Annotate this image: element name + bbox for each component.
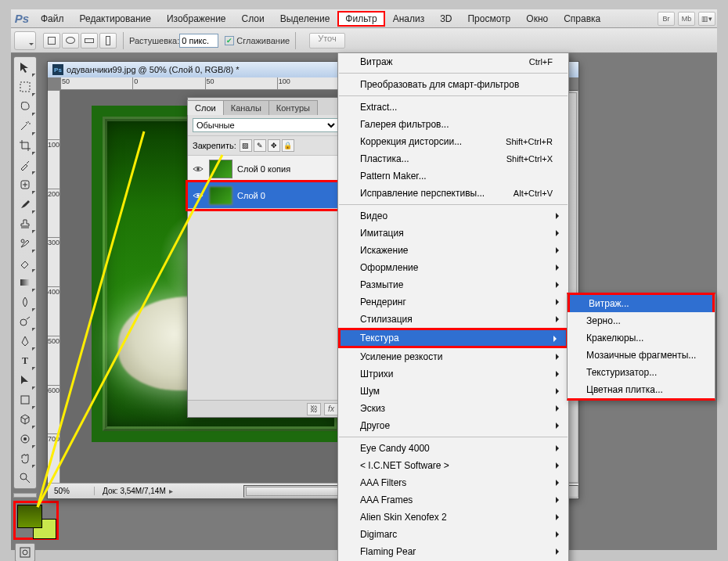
menu-3d[interactable]: 3D <box>432 11 460 27</box>
marquee-row-icon[interactable] <box>81 33 98 49</box>
workspace-switcher[interactable]: ▥▾ <box>698 12 715 26</box>
menu-item-stylize[interactable]: Стилизация <box>338 311 568 328</box>
lock-position-icon[interactable]: ✥ <box>268 139 280 152</box>
tab-channels[interactable]: Каналы <box>223 100 269 115</box>
submenu-item-grain[interactable]: Зерно... <box>568 312 715 329</box>
ruler-vertical[interactable]: 100 200 300 400 500 600 700 <box>48 90 60 483</box>
menu-item-pixelate[interactable]: Оформление <box>338 259 568 276</box>
history-brush-tool[interactable] <box>15 234 35 253</box>
menu-item-last-filter[interactable]: ВитражCtrl+F <box>338 53 568 70</box>
lock-transparent-icon[interactable]: ▧ <box>240 139 252 152</box>
submenu-item-stained-glass[interactable]: Витраж... <box>570 295 712 312</box>
zoom-level[interactable]: 50% <box>48 487 95 495</box>
layer-fx-icon[interactable]: fx <box>324 403 338 415</box>
color-swatch-area[interactable] <box>13 501 59 540</box>
marquee-rect-icon[interactable] <box>43 33 60 49</box>
eyedropper-tool[interactable] <box>15 156 35 174</box>
active-tool-preset[interactable] <box>14 31 36 50</box>
menu-item-noise[interactable]: Шум <box>338 383 568 400</box>
menu-layers[interactable]: Слои <box>234 11 272 27</box>
marquee-ellipse-icon[interactable] <box>62 33 79 49</box>
menu-item-plugin[interactable]: Alien Skin Xenofex 2 <box>338 509 568 526</box>
stamp-tool[interactable] <box>15 214 35 233</box>
link-layers-icon[interactable]: ⛓ <box>307 403 321 415</box>
menu-item-other[interactable]: Другое <box>338 417 568 434</box>
3d-camera-tool[interactable] <box>15 430 35 448</box>
menu-window[interactable]: Окно <box>518 11 556 27</box>
lasso-tool[interactable] <box>15 97 35 116</box>
menu-view[interactable]: Просмотр <box>460 11 518 27</box>
menu-item-blur[interactable]: Размытие <box>338 276 568 293</box>
blend-mode-select[interactable]: Обычные <box>193 118 338 132</box>
menu-item-plugin[interactable]: AAA Filters <box>338 474 568 491</box>
type-tool[interactable]: T <box>15 351 35 370</box>
menu-item-filter-gallery[interactable]: Галерея фильтров... <box>338 116 568 133</box>
menu-image[interactable]: Изображение <box>159 11 234 27</box>
menu-item-texture[interactable]: Текстура <box>338 328 568 348</box>
menu-item-render[interactable]: Рендеринг <box>338 293 568 311</box>
crop-tool[interactable] <box>15 136 35 155</box>
move-tool[interactable] <box>15 58 35 77</box>
hand-tool[interactable] <box>15 449 35 468</box>
menu-item-lens-correction[interactable]: Коррекция дисторсии...Shift+Ctrl+R <box>338 133 568 150</box>
submenu-item-craquelure[interactable]: Кракелюры... <box>568 329 715 347</box>
blur-tool[interactable] <box>15 293 35 311</box>
menu-item-distort[interactable]: Искажение <box>338 242 568 259</box>
marquee-tool[interactable] <box>15 77 35 96</box>
menu-item-artistic[interactable]: Имитация <box>338 225 568 242</box>
zoom-tool[interactable] <box>15 469 35 487</box>
gradient-tool[interactable] <box>15 273 35 292</box>
tab-layers[interactable]: Слои <box>187 100 224 115</box>
bridge-icon[interactable]: Br <box>658 12 675 26</box>
menu-item-convert-smart[interactable]: Преобразовать для смарт-фильтров <box>338 76 568 93</box>
shape-tool[interactable] <box>15 390 35 409</box>
layer-row[interactable]: Слой 0 <box>188 182 343 209</box>
marquee-col-icon[interactable] <box>99 33 117 49</box>
healing-tool[interactable] <box>15 175 35 194</box>
menu-item-liquify[interactable]: Пластика...Shift+Ctrl+X <box>338 150 568 167</box>
layer-row[interactable]: Слой 0 копия <box>188 156 343 182</box>
eraser-tool[interactable] <box>15 254 35 272</box>
tab-paths[interactable]: Контуры <box>268 100 318 115</box>
3d-tool[interactable] <box>15 410 35 429</box>
menu-item-sketch[interactable]: Эскиз <box>338 400 568 417</box>
menu-item-plugin[interactable]: < I.C.NET Software > <box>338 457 568 474</box>
menu-item-brushstrokes[interactable]: Штрихи <box>338 365 568 383</box>
pen-tool[interactable] <box>15 332 35 351</box>
menu-analysis[interactable]: Анализ <box>385 11 433 27</box>
quickmask-toggle[interactable] <box>15 543 35 561</box>
lock-pixels-icon[interactable]: ✎ <box>254 139 266 152</box>
menu-filter[interactable]: Фильтр <box>337 11 384 27</box>
submenu-item-texturizer[interactable]: Текстуризатор... <box>568 364 715 381</box>
layer-name[interactable]: Слой 0 <box>237 191 265 200</box>
menu-item-extract[interactable]: Extract... <box>338 99 568 116</box>
menu-item-vanishing-point[interactable]: Исправление перспективы...Alt+Ctrl+V <box>338 185 568 202</box>
menu-item-plugin[interactable]: Eye Candy 4000 <box>338 440 568 457</box>
dodge-tool[interactable] <box>15 312 35 331</box>
layer-name[interactable]: Слой 0 копия <box>237 164 290 174</box>
foreground-color-chip[interactable] <box>17 505 42 528</box>
layer-thumbnail[interactable] <box>209 160 232 178</box>
minibridge-icon[interactable]: Mb <box>678 12 695 26</box>
menu-item-plugin[interactable]: AAA Frames <box>338 491 568 509</box>
visibility-eye-icon[interactable] <box>192 163 204 175</box>
menu-item-pattern-maker[interactable]: Pattern Maker... <box>338 167 568 185</box>
menu-edit[interactable]: Редактирование <box>72 11 159 27</box>
antialias-checkbox[interactable]: ✔ <box>225 36 234 45</box>
menu-item-plugin[interactable]: Digimarc <box>338 526 568 543</box>
menu-item-plugin[interactable]: Flaming Pear <box>338 543 568 560</box>
menu-help[interactable]: Справка <box>556 11 608 27</box>
visibility-eye-icon[interactable] <box>192 189 204 202</box>
submenu-item-mosaic-tiles[interactable]: Мозаичные фрагменты... <box>568 347 715 364</box>
layer-thumbnail[interactable] <box>209 186 232 205</box>
wand-tool[interactable] <box>15 117 35 135</box>
brush-tool[interactable] <box>15 195 35 214</box>
menu-select[interactable]: Выделение <box>272 11 338 27</box>
menu-item-sharpen[interactable]: Усиление резкости <box>338 348 568 365</box>
menu-file[interactable]: Файл <box>33 11 72 27</box>
menu-item-video[interactable]: Видео <box>338 207 568 225</box>
submenu-item-patchwork[interactable]: Цветная плитка... <box>568 381 715 398</box>
path-select-tool[interactable] <box>15 371 35 390</box>
refine-edge-button[interactable]: Уточ <box>309 33 345 49</box>
lock-all-icon[interactable]: 🔒 <box>282 139 294 152</box>
